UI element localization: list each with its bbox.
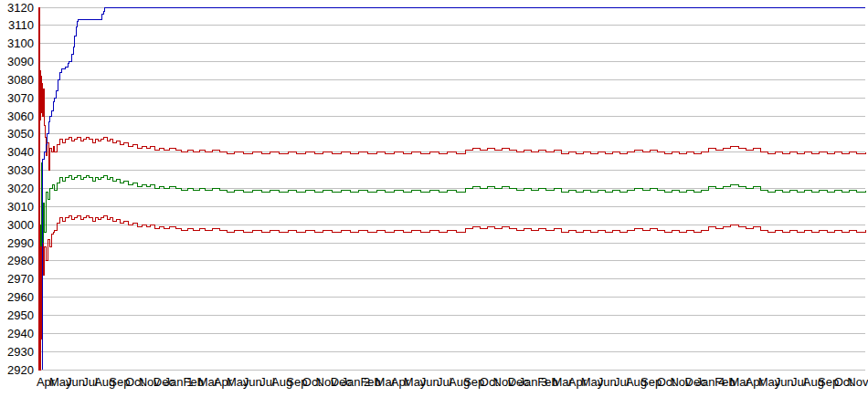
series-path-green-middle-line [40,163,865,288]
y-axis-label: 3110 [8,18,34,32]
y-axis-label: 2960 [7,290,34,304]
y-axis-label: 2930 [7,345,34,359]
x-axis-label: Nov [847,375,868,389]
y-axis-label: 3020 [7,182,34,195]
y-axis-label: 2920 [7,363,34,377]
y-axis-label: 3030 [7,163,34,177]
y-axis-label: 2990 [7,236,34,250]
y-axis-label: 3070 [7,91,34,105]
y-axis-label: 3100 [7,37,34,50]
line-chart: 3120311031003090308030703060305030403030… [0,0,868,397]
y-axis-label: 2970 [7,272,34,286]
y-axis-label: 2940 [7,327,34,340]
series-path-red-lower-line [39,215,865,370]
y-axis-label: 3120 [7,1,34,15]
y-axis-label: 3060 [7,110,34,123]
y-axis-label: 2980 [7,254,34,267]
y-axis-label: 2950 [7,308,34,322]
y-axis-label: 3080 [7,73,34,87]
y-axis-label: 3040 [7,145,34,159]
y-axis-label: 3000 [7,218,34,232]
y-axis-label: 3010 [7,200,34,214]
chart-svg: 3120311031003090308030703060305030403030… [0,0,868,397]
y-axis-label: 3090 [7,55,34,68]
y-axis-label: 3050 [7,127,34,141]
